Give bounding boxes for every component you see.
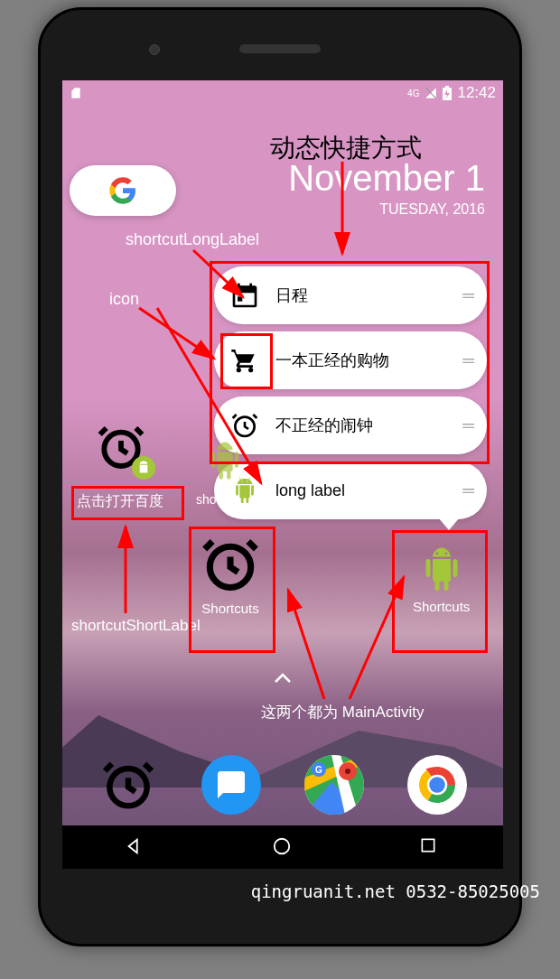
nav-home-button[interactable]: [272, 836, 294, 858]
svg-line-13: [139, 308, 214, 359]
google-logo-icon: [108, 176, 137, 205]
drag-handle-icon[interactable]: ═: [462, 481, 472, 500]
android-badge-icon: [132, 456, 155, 480]
alarm-icon: [100, 757, 156, 813]
speaker-grill: [239, 44, 321, 53]
sho-label: sho: [196, 492, 217, 507]
battery-icon: [443, 86, 452, 100]
redbox-cart-icon: [220, 333, 273, 389]
shortcut-label: long label: [275, 481, 462, 500]
signal-icon: [425, 87, 437, 99]
popup-tail: [438, 517, 460, 530]
message-icon: [215, 769, 247, 801]
svg-rect-28: [422, 839, 434, 851]
sdcard-icon: [70, 87, 82, 99]
annotation-icon: icon: [109, 290, 139, 309]
dock: G: [62, 750, 503, 820]
svg-point-27: [275, 839, 290, 854]
redbox-baidu-label: [71, 486, 184, 520]
date-widget: November 1: [288, 158, 485, 199]
shortcut-item-longlabel[interactable]: long label ═: [214, 462, 487, 519]
phone-screen: 4G 12:42 动态快捷方式 November 1 TUESDAY, 2016…: [62, 80, 503, 869]
network-icon: 4G: [407, 89, 419, 98]
svg-point-26: [429, 777, 445, 793]
dock-maps[interactable]: G: [304, 755, 364, 815]
dock-chrome[interactable]: [407, 755, 467, 815]
maps-icon: G: [304, 755, 364, 815]
svg-text:G: G: [315, 765, 322, 775]
nav-recents-button[interactable]: [419, 836, 441, 858]
status-bar: 4G 12:42: [62, 80, 503, 106]
svg-rect-1: [445, 86, 449, 88]
home-shortcut-baidu[interactable]: [94, 420, 148, 474]
dock-clock[interactable]: [98, 755, 158, 815]
google-search-pill[interactable]: [70, 165, 176, 216]
app-drawer-indicator[interactable]: [274, 671, 292, 687]
annotation-shortlabel: shortcutShortLabel: [71, 617, 201, 635]
phone-frame: 4G 12:42 动态快捷方式 November 1 TUESDAY, 2016…: [38, 7, 522, 946]
navigation-bar: [62, 825, 503, 869]
redbox-android-app: [392, 530, 488, 653]
chrome-icon: [410, 758, 464, 812]
annotation-mainactivity: 这两个都为 MainActivity: [261, 702, 424, 723]
dock-messages[interactable]: [201, 755, 261, 815]
nav-back-button[interactable]: [125, 836, 146, 858]
watermark: qingruanit.net 0532-85025005: [251, 881, 540, 901]
redbox-clock-app: [189, 527, 275, 653]
day-widget: TUESDAY, 2016: [379, 201, 485, 218]
svg-point-21: [345, 769, 350, 774]
camera-dot: [149, 44, 160, 55]
status-time: 12:42: [457, 84, 496, 102]
annotation-longlabel: shortcutLongLabel: [126, 230, 259, 249]
